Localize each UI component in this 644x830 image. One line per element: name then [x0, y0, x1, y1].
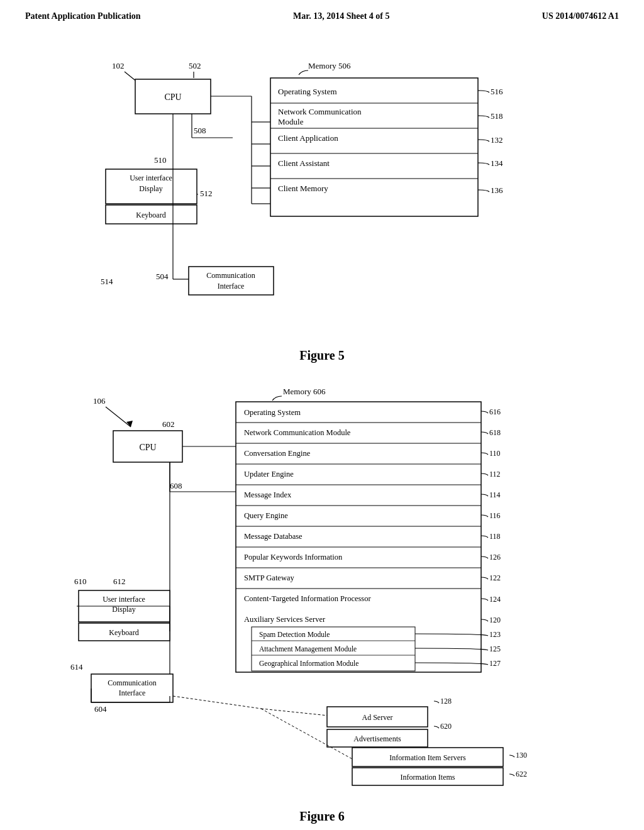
page-header: Patent Application Publication Mar. 13, … [0, 0, 644, 28]
ref514-label: 514 [101, 277, 113, 286]
net-comm-text: Network Communication [278, 107, 362, 116]
ref128-label: 128 [440, 697, 452, 706]
ref612-label: 612 [113, 577, 126, 586]
memory606-label: Memory 606 [283, 387, 326, 396]
m6-geo: Geographical Information Module [259, 660, 358, 668]
m6-query: Query Engine [244, 511, 288, 520]
ref136: 136 [491, 185, 503, 195]
m6-content: Content-Targeted Information Processor [244, 594, 371, 603]
header-left: Patent Application Publication [25, 11, 141, 21]
m6-attach: Attachment Management Module [259, 645, 357, 653]
comm-text1: Communication [206, 271, 255, 280]
ref502-label: 502 [189, 61, 201, 70]
m6-msgindex: Message Index [244, 490, 292, 499]
m6-conv: Conversation Engine [244, 449, 311, 458]
ref610-label: 610 [74, 577, 87, 586]
memory-box [270, 78, 478, 216]
figure5-svg: 102 502 CPU 508 510 User interface Displ… [38, 40, 604, 329]
os-text: Operating System [278, 87, 337, 96]
header-center: Mar. 13, 2014 Sheet 4 of 5 [293, 11, 389, 21]
figure5-label: Figure 5 [38, 348, 606, 363]
cpu-text: CPU [164, 92, 181, 102]
ref132: 132 [491, 135, 503, 145]
ref116-label: 116 [489, 511, 501, 520]
ref102-label: 102 [112, 61, 125, 70]
ui-text1: User interface [130, 174, 172, 182]
m6-msgdb: Message Database [244, 532, 303, 541]
ref106-label: 106 [93, 396, 106, 406]
ref504-label: 504 [156, 272, 169, 281]
ref130-label: 130 [516, 751, 527, 760]
m6-smtp: SMTP Gateway [244, 573, 294, 582]
ref114-label: 114 [489, 490, 501, 499]
ref604-label: 604 [94, 704, 107, 714]
ref510-label: 510 [154, 155, 167, 165]
header-right: US 2014/0074612 A1 [542, 11, 619, 21]
ref508-label: 508 [194, 126, 206, 135]
comm6-text1: Communication [108, 678, 156, 687]
ref120-label: 120 [489, 616, 501, 624]
ads-text: Advertisements [353, 734, 401, 743]
comm6-text2: Interface [119, 689, 146, 697]
ref512-label: 512 [200, 189, 213, 198]
keyboard6-text: Keyboard [109, 628, 138, 637]
cpu6-text: CPU [139, 443, 156, 452]
ref110-label: 110 [489, 449, 501, 458]
client-asst-text: Client Assistant [278, 158, 330, 168]
comm-text2: Interface [218, 282, 245, 290]
svg-line-38 [173, 696, 261, 709]
ref608-label: 608 [170, 481, 182, 490]
ref123-label: 123 [489, 630, 501, 639]
info-servers-text: Information Item Servers [389, 753, 466, 762]
client-app-text: Client Application [278, 133, 338, 143]
net-comm-text2: Module [278, 117, 304, 126]
m6-popular: Popular Keywords Information [244, 553, 343, 562]
figure6-label: Figure 6 [38, 809, 606, 824]
ref118-label: 118 [489, 532, 501, 541]
ref516: 516 [491, 87, 503, 96]
client-mem-text: Client Memory [278, 184, 328, 193]
info-items-text: Information Items [401, 773, 455, 782]
ref620-label: 620 [440, 722, 452, 731]
ref518: 518 [491, 111, 503, 121]
m6-aux: Auxiliary Services Server [244, 615, 326, 624]
ui-text2: Display [139, 184, 162, 193]
ad-server-text: Ad Server [362, 713, 393, 722]
ref602-label: 602 [162, 419, 175, 429]
m6-netcomm: Network Communication Module [244, 428, 351, 437]
ref622-label: 622 [516, 770, 527, 778]
m6-spam: Spam Detection Module [259, 631, 330, 639]
m6-updater: Updater Engine [244, 470, 294, 479]
ref614-label: 614 [70, 662, 83, 672]
ref616-label: 616 [489, 407, 501, 416]
memory506-label: Memory 506 [308, 61, 351, 70]
ref134: 134 [491, 158, 503, 168]
m6-os: Operating System [244, 408, 301, 417]
ref125-label: 125 [489, 645, 501, 653]
ref122-label: 122 [489, 573, 501, 582]
figure5-container: 102 502 CPU 508 510 User interface Displ… [38, 40, 606, 342]
keyboard-text: Keyboard [136, 211, 165, 219]
ui6-text1: User interface [103, 595, 145, 604]
svg-line-30 [106, 407, 131, 427]
ref126-label: 126 [489, 553, 501, 562]
ref124-label: 124 [489, 595, 501, 604]
figure6-svg: Memory 606 Operating System Network Comm… [38, 375, 616, 803]
ref618-label: 618 [489, 428, 501, 437]
ref112-label: 112 [489, 470, 501, 479]
figure6-container: Memory 606 Operating System Network Comm… [38, 375, 606, 803]
ref127-label: 127 [489, 659, 501, 668]
